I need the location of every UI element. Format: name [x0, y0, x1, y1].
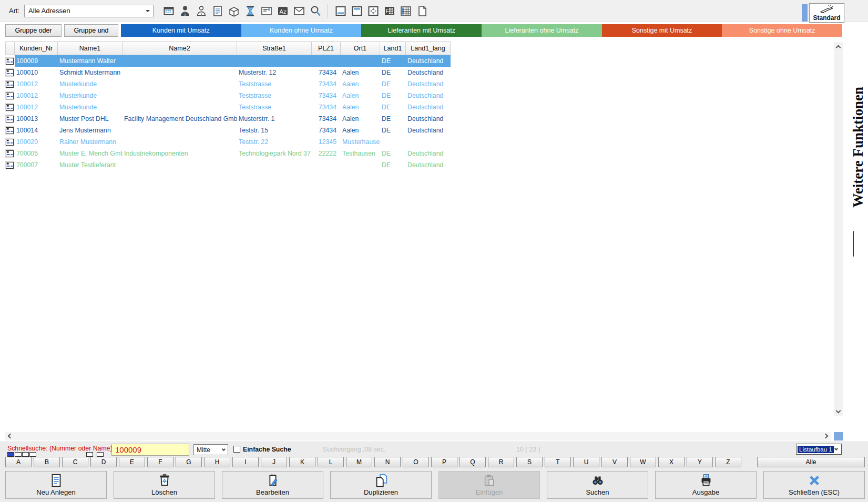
alpha-button-g[interactable]: G	[176, 457, 202, 467]
alpha-button-q[interactable]: Q	[459, 457, 486, 467]
neu-anlegen-button[interactable]: Neu Anlegen	[5, 471, 107, 499]
loeschen-button[interactable]: Löschen	[114, 471, 215, 499]
einfache-suche-checkbox[interactable]	[233, 446, 240, 453]
filter-lieferanten-mit-umsatz[interactable]: Lieferanten mit Umsatz	[361, 24, 482, 37]
table-row[interactable]: 100012MusterkundeTeststrasse73434AalenDE…	[5, 90, 451, 101]
alpha-button-t[interactable]: T	[545, 457, 571, 467]
table-row[interactable]: 100010Schmidt MustermannMusterstr. 12734…	[5, 67, 451, 78]
column-header-land1[interactable]: Land1	[380, 42, 406, 55]
alpha-button-k[interactable]: K	[289, 457, 315, 467]
alpha-button-e[interactable]: E	[119, 457, 145, 467]
form-table-icon[interactable]: F	[383, 4, 396, 18]
alpha-button-c[interactable]: C	[62, 457, 88, 467]
schnellsuche-input[interactable]	[111, 444, 189, 456]
vertical-scrollbar[interactable]	[834, 42, 843, 416]
listaufbau-dropdown[interactable]: Listaufbau 1	[796, 444, 842, 455]
panel-top-icon[interactable]	[350, 4, 363, 18]
column-header-straße1[interactable]: Straße1	[237, 42, 312, 55]
alpha-button-i[interactable]: I	[232, 457, 259, 467]
filter-lieferanten-ohne-umsatz[interactable]: Lieferanten ohne Umsatz	[482, 24, 602, 37]
calendar-table-icon[interactable]	[162, 4, 175, 18]
search-icon[interactable]	[309, 4, 322, 18]
search-mode-dropdown[interactable]: Mitte	[193, 444, 228, 455]
filter-sonstige-mit-umsatz[interactable]: Sonstige mit Umsatz	[602, 24, 722, 37]
table-cell: Deutschland	[406, 113, 451, 125]
suchen-button[interactable]: Suchen	[547, 471, 648, 499]
weitere-funktionen-tab[interactable]: Weitere Funktionen	[847, 65, 868, 229]
table-row[interactable]: 100013Muster Post DHLFacility Management…	[5, 113, 451, 125]
gruppe-oder-button[interactable]: Gruppe oder	[5, 24, 62, 37]
standard-button[interactable]: Standard	[809, 3, 844, 23]
action-label: Einfügen	[439, 488, 539, 496]
alpha-button-s[interactable]: S	[516, 457, 543, 467]
table-row[interactable]: 100012MusterkundeTeststrasse73434AalenDE…	[5, 101, 451, 113]
alpha-button-o[interactable]: O	[403, 457, 429, 467]
alpha-button-b[interactable]: B	[34, 457, 60, 467]
alpha-button-l[interactable]: L	[318, 457, 344, 467]
document-lines-icon[interactable]	[211, 4, 224, 18]
new-page-icon[interactable]	[415, 4, 428, 18]
alpha-button-m[interactable]: M	[346, 457, 372, 467]
alpha-button-n[interactable]: N	[374, 457, 401, 467]
panel-bottom-icon[interactable]	[334, 4, 347, 18]
scroll-right-icon[interactable]	[823, 434, 829, 439]
action-label: Löschen	[114, 488, 215, 496]
column-header-plz1[interactable]: PLZ1	[312, 42, 341, 55]
mail-icon[interactable]	[292, 4, 305, 18]
table-cell	[122, 159, 237, 171]
action-label: Schließen (ESC)	[764, 488, 864, 496]
binoculars-icon	[547, 472, 648, 488]
grid-columns-icon[interactable]	[399, 4, 412, 18]
filter-kunden-mit-umsatz[interactable]: Kunden mit Umsatz	[121, 24, 241, 37]
table-cell: Teststrasse	[237, 90, 312, 101]
alle-button[interactable]: Alle	[757, 457, 865, 467]
table-row[interactable]: 100012MusterkundeTeststrasse73434AalenDE…	[5, 78, 451, 90]
table-cell	[341, 159, 380, 171]
schliessen-button[interactable]: Schließen (ESC)	[763, 471, 865, 499]
column-header-kunden_nr[interactable]: Kunden_Nr	[15, 42, 58, 55]
filter-kunden-ohne-umsatz[interactable]: Kunden ohne Umsatz	[241, 24, 362, 37]
gruppe-und-button[interactable]: Gruppe und	[64, 24, 118, 37]
package-icon[interactable]	[227, 4, 240, 18]
filter-sonstige-ohne-umsatz[interactable]: Sonstige ohne Umsatz	[722, 24, 842, 37]
scroll-down-icon[interactable]	[836, 408, 841, 414]
bearbeiten-button[interactable]: Bearbeiten	[222, 471, 323, 499]
alpha-button-w[interactable]: W	[630, 457, 656, 467]
note-card-icon[interactable]	[260, 4, 273, 18]
table-cell	[122, 67, 237, 78]
alpha-button-j[interactable]: J	[261, 457, 287, 467]
table-row[interactable]: 700005Muster E. Merich GmbIndustriekompo…	[5, 148, 451, 159]
alpha-button-h[interactable]: H	[204, 457, 230, 467]
scroll-left-icon[interactable]	[8, 434, 13, 439]
art-dropdown[interactable]: Alle Adressen	[24, 5, 154, 17]
alpha-button-z[interactable]: Z	[715, 457, 741, 467]
alpha-button-p[interactable]: P	[431, 457, 457, 467]
alpha-button-u[interactable]: U	[573, 457, 599, 467]
ausgabe-button[interactable]: Ausgabe	[655, 471, 757, 499]
sort-az-icon[interactable]: Az	[276, 4, 289, 18]
user-outline-icon[interactable]	[195, 4, 208, 18]
hourglass-icon[interactable]	[243, 4, 257, 18]
column-header-ort1[interactable]: Ort1	[341, 42, 380, 55]
horizontal-scrollbar[interactable]	[5, 432, 831, 440]
alpha-button-a[interactable]: A	[5, 457, 32, 467]
scroll-up-icon[interactable]	[836, 45, 841, 50]
alpha-button-v[interactable]: V	[601, 457, 628, 467]
user-filled-icon[interactable]	[178, 4, 191, 18]
alpha-button-x[interactable]: X	[658, 457, 685, 467]
row-type-icon	[5, 101, 15, 113]
alpha-button-f[interactable]: F	[147, 457, 173, 467]
alpha-button-y[interactable]: Y	[687, 457, 713, 467]
column-header-name1[interactable]: Name1	[58, 42, 122, 55]
table-cell: Schmidt Mustermann	[58, 67, 122, 78]
table-row[interactable]: 700007Muster TestlieferantDEDeutschland	[5, 159, 451, 171]
alpha-button-r[interactable]: R	[488, 457, 514, 467]
table-row[interactable]: 100009Mustermann WalterDEDeutschland	[5, 55, 451, 67]
column-header-land1_lang[interactable]: Land1_lang	[406, 42, 451, 55]
table-row[interactable]: 100020Rainer MustermannTeststr. 2212345M…	[5, 136, 451, 148]
alpha-button-d[interactable]: D	[90, 457, 117, 467]
column-header-name2[interactable]: Name2	[122, 42, 237, 55]
duplizieren-button[interactable]: Duplizieren	[330, 471, 432, 499]
expand-icon[interactable]	[366, 4, 380, 18]
table-row[interactable]: 100014Jens MustermannTeststr. 1573434Aal…	[5, 125, 451, 136]
